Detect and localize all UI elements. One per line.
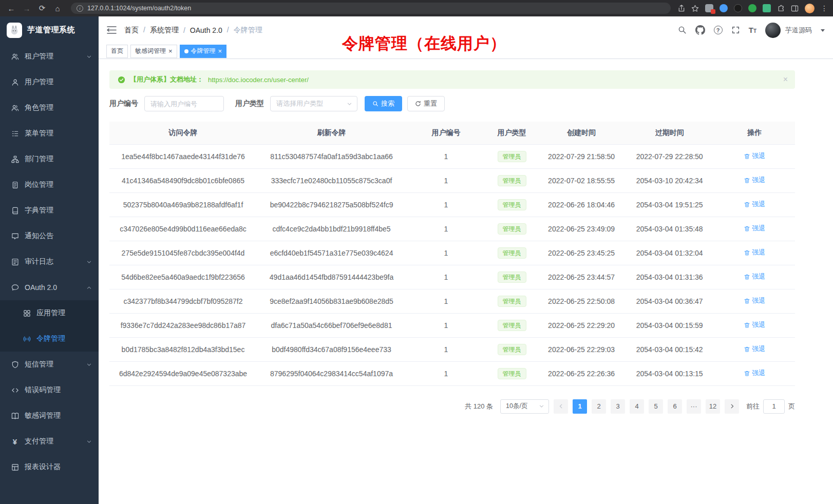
- sidebar-item-audit-log[interactable]: 审计日志: [0, 249, 99, 275]
- sidebar-item-user[interactable]: 用户管理: [0, 69, 99, 95]
- extension-icon-1[interactable]: [705, 4, 713, 12]
- extensions-puzzle-icon[interactable]: [777, 5, 785, 12]
- table-header-row: 访问令牌 刷新令牌 用户编号 用户类型 创建时间 过期时间 操作: [109, 122, 795, 144]
- forward-button[interactable]: →: [21, 2, 33, 14]
- next-page-button[interactable]: [725, 399, 739, 414]
- sidebar-item-menu[interactable]: 菜单管理: [0, 121, 99, 146]
- access-token-cell: 1ea5e44f8bc1467aaede43144f31de76: [109, 144, 257, 168]
- sidebar-subitem-app[interactable]: 应用管理: [0, 300, 99, 326]
- extension-icon-4[interactable]: [748, 4, 756, 12]
- extension-icon-3[interactable]: [734, 4, 742, 12]
- user-id-input[interactable]: [144, 96, 224, 111]
- expire-time-cell: 2054-03-10 20:42:34: [625, 168, 714, 192]
- page-number-button[interactable]: 3: [611, 399, 625, 414]
- search-button[interactable]: 搜索: [365, 96, 402, 111]
- expire-time-cell: 2054-03-04 01:31:36: [625, 265, 714, 289]
- table-row: b0d1785bc3a8482f812db4a3f3bd15ec b0df498…: [109, 337, 795, 361]
- more-pages-button[interactable]: ···: [687, 399, 701, 414]
- user-avatar[interactable]: [765, 23, 781, 38]
- sidebar-item-label: 岗位管理: [25, 180, 92, 189]
- sidebar-item-label: 敏感词管理: [25, 411, 92, 420]
- sidebar-item-sms[interactable]: 短信管理: [0, 352, 99, 377]
- sidebar-item-post[interactable]: 岗位管理: [0, 172, 99, 198]
- page-size-select[interactable]: 10条/页: [500, 399, 549, 414]
- force-logout-button[interactable]: 强退: [744, 176, 765, 185]
- user-type-badge: 管理员: [498, 272, 526, 283]
- tab-home[interactable]: 首页: [106, 45, 128, 58]
- page-number-button[interactable]: 5: [649, 399, 663, 414]
- goto-page-input[interactable]: [763, 399, 785, 414]
- github-icon[interactable]: [695, 25, 705, 35]
- fullscreen-icon[interactable]: [731, 26, 740, 34]
- force-logout-button[interactable]: 强退: [744, 248, 765, 257]
- force-logout-button[interactable]: 强退: [744, 151, 765, 161]
- sidebar-item-oauth[interactable]: OAuth 2.0: [0, 275, 99, 300]
- share-icon[interactable]: [678, 5, 685, 12]
- delete-icon: [744, 153, 750, 160]
- prev-page-button[interactable]: [554, 399, 568, 414]
- extension-icon-5[interactable]: [763, 4, 771, 12]
- browser-profile-avatar[interactable]: [805, 4, 815, 13]
- page-number-button[interactable]: 2: [592, 399, 606, 414]
- font-size-icon[interactable]: TT: [749, 26, 756, 34]
- actions-cell: 强退: [714, 192, 795, 217]
- force-logout-button[interactable]: 强退: [744, 369, 765, 378]
- force-logout-button[interactable]: 强退: [744, 224, 765, 233]
- sidebar-item-label: 短信管理: [25, 360, 81, 369]
- active-dot: [184, 49, 188, 53]
- url-text: 127.0.0.1:1024/system/oauth2/token: [87, 5, 191, 12]
- app-logo[interactable]: 芋道管理系统: [0, 16, 99, 44]
- extension-badge: [711, 9, 715, 14]
- user-type-badge: 管理员: [498, 368, 526, 379]
- page-number-button[interactable]: 6: [668, 399, 682, 414]
- search-button-label: 搜索: [381, 99, 394, 108]
- sidebar-item-report-designer[interactable]: 报表设计器: [0, 454, 99, 480]
- force-logout-button[interactable]: 强退: [744, 296, 765, 305]
- doc-link[interactable]: https://doc.iocoder.cn/user-center/: [208, 76, 309, 84]
- tab-sensitive-words[interactable]: 敏感词管理 ×: [130, 45, 177, 58]
- reset-button[interactable]: 重置: [407, 96, 445, 111]
- username[interactable]: 芋道源码: [785, 26, 812, 35]
- sidebar-toggle-icon[interactable]: [107, 26, 117, 34]
- actions-cell: 强退: [714, 313, 795, 337]
- sidebar-subitem-token[interactable]: 令牌管理: [0, 326, 99, 352]
- force-logout-button[interactable]: 强退: [744, 272, 765, 281]
- page-number-button[interactable]: 12: [706, 399, 720, 414]
- page-number-button[interactable]: 4: [630, 399, 644, 414]
- breadcrumb-item[interactable]: OAuth 2.0: [179, 26, 222, 34]
- sidebar-item-role[interactable]: 角色管理: [0, 95, 99, 121]
- page-number-button[interactable]: 1: [573, 399, 587, 414]
- sidebar-item-dict[interactable]: 字典管理: [0, 198, 99, 223]
- breadcrumb-item[interactable]: 系统管理: [139, 26, 179, 35]
- back-button[interactable]: ←: [5, 2, 17, 14]
- yen-icon: ¥: [11, 437, 19, 445]
- help-icon[interactable]: ?: [714, 26, 723, 34]
- close-icon[interactable]: ×: [168, 48, 173, 54]
- alert-close-icon[interactable]: ×: [783, 70, 788, 89]
- force-logout-button[interactable]: 强退: [744, 320, 765, 329]
- force-logout-button[interactable]: 强退: [744, 200, 765, 209]
- sidebar-item-notice[interactable]: 通知公告: [0, 223, 99, 249]
- delete-icon: [744, 201, 750, 208]
- extension-icon-2[interactable]: [720, 4, 728, 12]
- site-info-icon[interactable]: i: [77, 5, 83, 12]
- chevron-down-icon[interactable]: [821, 29, 825, 34]
- sidebar-item-error-code[interactable]: 错误码管理: [0, 377, 99, 403]
- bookmark-star-icon[interactable]: [691, 5, 699, 12]
- search-icon[interactable]: [678, 26, 687, 34]
- address-bar[interactable]: i 127.0.0.1:1024/system/oauth2/token: [71, 3, 671, 14]
- breadcrumb-item[interactable]: 首页: [124, 26, 139, 35]
- reload-button[interactable]: ⟳: [36, 2, 48, 14]
- force-logout-button[interactable]: 强退: [744, 344, 765, 354]
- menu-list-icon: [11, 129, 19, 138]
- side-panel-icon[interactable]: [791, 5, 799, 12]
- close-icon[interactable]: ×: [218, 48, 222, 54]
- sidebar-item-sensitive-words[interactable]: 敏感词管理: [0, 403, 99, 429]
- sidebar-item-payment[interactable]: ¥ 支付管理: [0, 429, 99, 454]
- home-button[interactable]: ⌂: [51, 2, 64, 14]
- user-type-select[interactable]: 请选择用户类型: [270, 96, 357, 111]
- browser-menu-icon[interactable]: ⋮: [821, 4, 828, 12]
- sidebar-item-tenant[interactable]: 租户管理: [0, 44, 99, 69]
- sidebar-item-dept[interactable]: 部门管理: [0, 146, 99, 172]
- tab-token-management[interactable]: 令牌管理 ×: [180, 45, 227, 58]
